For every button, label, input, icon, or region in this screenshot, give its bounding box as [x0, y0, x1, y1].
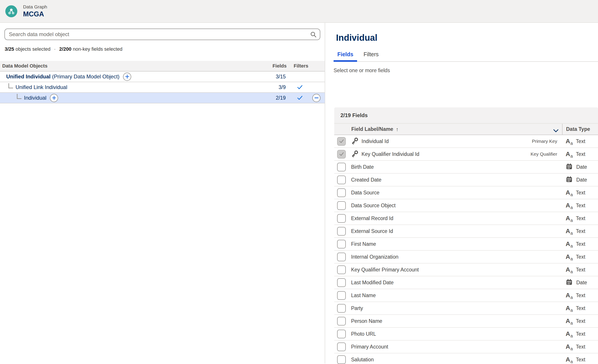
field-checkbox[interactable] — [337, 317, 346, 325]
field-checkbox[interactable] — [337, 188, 346, 197]
data-type-label: Text — [576, 331, 585, 337]
date-type-icon — [566, 279, 573, 286]
date-type-icon — [566, 176, 573, 184]
field-checkbox[interactable] — [337, 227, 346, 235]
data-type-label: Text — [576, 267, 585, 273]
key-icon — [351, 137, 359, 146]
add-related-object-button[interactable] — [123, 73, 131, 81]
data-type-label: Text — [576, 202, 585, 209]
field-label: Person Name — [351, 318, 382, 324]
tree-connector-icon — [8, 83, 13, 88]
chevron-down-icon[interactable] — [553, 128, 558, 134]
field-checkbox[interactable] — [337, 214, 346, 223]
data-type-label: Text — [576, 151, 585, 157]
data-type-label: Text — [576, 292, 585, 299]
fields-table-header: Field Label/Name ↑ Data Type — [334, 124, 598, 135]
field-row: Birth Date Aa — [334, 161, 598, 174]
objects-selected-count: 3/25 — [5, 46, 14, 52]
field-checkbox[interactable] — [337, 330, 346, 338]
field-checkbox[interactable] — [337, 304, 346, 313]
fields-selected-count: 2/200 — [59, 46, 71, 52]
field-checkbox[interactable] — [337, 253, 346, 261]
field-row: Photo URL Aa — [334, 328, 598, 340]
selected-object-title: Individual — [336, 33, 598, 43]
tab-filters[interactable]: Filters — [360, 51, 382, 61]
field-row: Primary Account Aa — [334, 340, 598, 353]
data-graph-icon — [5, 5, 17, 17]
objects-table-header: Data Model Objects Fields Filters — [0, 61, 325, 72]
field-checkbox[interactable] — [337, 355, 346, 364]
arrow-up-icon: ↑ — [396, 126, 399, 132]
field-checkbox — [337, 150, 346, 159]
field-label: External Record Id — [351, 215, 393, 221]
text-type-icon: Aa — [566, 202, 573, 209]
text-type-icon: Aa — [566, 331, 573, 337]
filter-check-icon — [295, 85, 305, 90]
column-header-fields: Fields — [262, 63, 287, 69]
field-row: Party Aa Text — [334, 302, 598, 315]
field-label: Birth Date — [351, 164, 374, 170]
field-checkbox[interactable] — [337, 291, 346, 300]
field-row: Key Qualifier Primary Account Aa — [334, 263, 598, 276]
key-badge: Primary Key — [532, 139, 557, 144]
text-type-icon: Aa — [566, 138, 573, 144]
field-label: Data Source Object — [351, 202, 396, 209]
field-label: Last Name — [351, 292, 376, 299]
field-row: Last Name Aa — [334, 289, 598, 302]
field-label: Internal Organization — [351, 254, 399, 260]
field-checkbox[interactable] — [337, 201, 346, 210]
field-label: First Name — [351, 241, 376, 247]
text-type-icon: Aa — [566, 190, 573, 196]
data-model-object-row[interactable]: Unified Link Individual 3/9 — [0, 82, 325, 93]
field-row: Internal Organization Aa — [334, 251, 598, 263]
fields-count: 2/19 — [259, 95, 286, 101]
field-selection-panel: Individual FieldsFilters Select one or m… — [325, 23, 598, 364]
field-checkbox[interactable] — [337, 163, 346, 171]
field-checkbox[interactable] — [337, 240, 346, 248]
fields-count: 3/15 — [259, 74, 286, 80]
field-checkbox[interactable] — [337, 266, 346, 274]
text-type-icon: Aa — [566, 228, 573, 234]
tab-fields[interactable]: Fields — [333, 51, 357, 61]
data-type-label: Text — [576, 318, 585, 324]
tree-connector-icon — [17, 94, 22, 99]
data-type-label: Text — [576, 138, 585, 144]
field-checkbox[interactable] — [337, 342, 346, 351]
field-row: Salutation Aa — [334, 353, 598, 364]
object-label: Unified Link Individual — [16, 84, 67, 90]
field-label: Last Modified Date — [351, 280, 394, 286]
field-label: Photo URL — [351, 331, 376, 337]
field-checkbox[interactable] — [337, 176, 346, 184]
text-type-icon: Aa — [566, 344, 573, 350]
data-type-label: Date — [576, 280, 587, 286]
data-type-label: Text — [576, 344, 585, 350]
text-type-icon: Aa — [566, 305, 573, 311]
column-header-objects: Data Model Objects — [0, 63, 47, 69]
field-label: Party — [351, 305, 363, 311]
field-checkbox[interactable] — [337, 278, 346, 287]
data-model-object-row[interactable]: Individual 2/19 — [0, 93, 325, 103]
date-type-icon — [566, 163, 573, 171]
data-type-label: Text — [576, 190, 585, 196]
page-title: MCGA — [23, 10, 47, 18]
data-type-label: Text — [576, 215, 585, 221]
data-model-object-row[interactable]: Unified Individual(Primary Data Model Ob… — [0, 72, 325, 82]
fields-count-header: 2/19 Fields — [334, 107, 598, 124]
field-label: Primary Account — [351, 344, 388, 350]
data-type-label: Date — [576, 177, 587, 183]
helper-text: Select one or more fields — [333, 67, 598, 73]
object-label: Individual — [24, 95, 46, 101]
text-type-icon: Aa — [566, 292, 573, 299]
text-type-icon: Aa — [566, 356, 573, 363]
data-type-label: Text — [576, 228, 585, 234]
text-type-icon: Aa — [566, 267, 573, 273]
field-row: Key Qualifier Individual Id Key Qualifie… — [334, 148, 598, 161]
text-type-icon: Aa — [566, 215, 573, 221]
add-related-object-button[interactable] — [50, 94, 58, 102]
remove-object-button[interactable] — [312, 94, 321, 102]
search-input[interactable] — [4, 29, 320, 40]
field-label: Salutation — [351, 357, 374, 363]
column-header-field-label-name[interactable]: Field Label/Name ↑ — [334, 126, 399, 132]
filter-check-icon — [295, 96, 305, 100]
field-label: Data Source — [351, 190, 380, 196]
